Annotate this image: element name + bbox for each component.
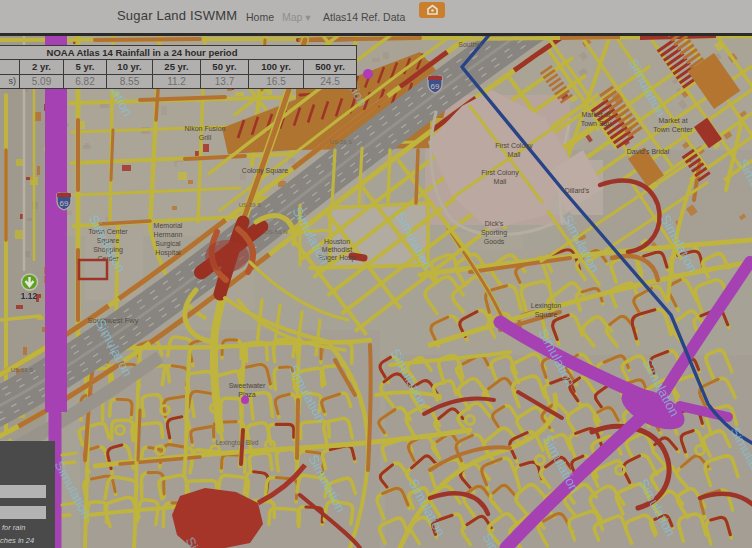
- svg-text:1.12: 1.12: [21, 291, 38, 301]
